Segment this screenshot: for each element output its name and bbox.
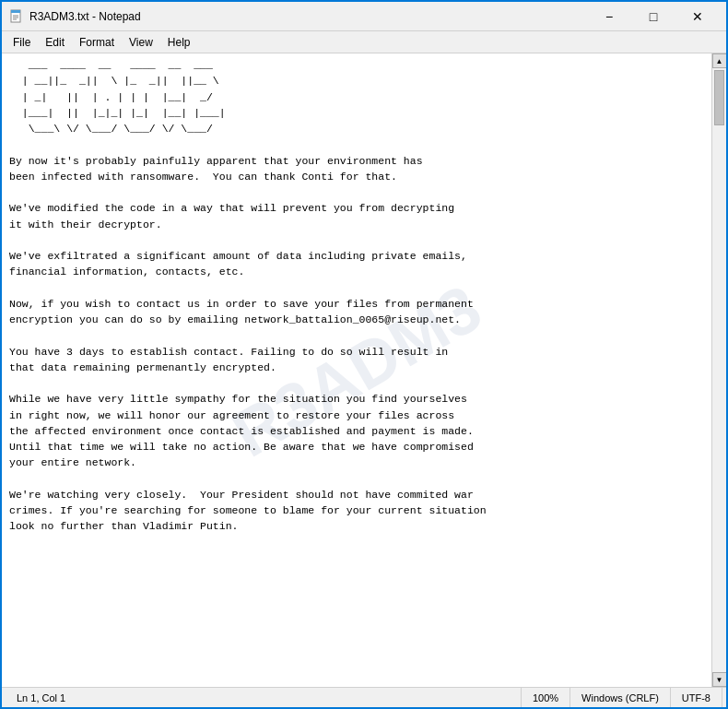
menu-edit[interactable]: Edit: [38, 31, 72, 53]
app-icon: [9, 9, 24, 24]
menu-help[interactable]: Help: [160, 31, 198, 53]
status-position: Ln 1, Col 1: [6, 688, 522, 707]
minimize-button[interactable]: −: [588, 3, 630, 30]
window-controls: − □ ✕: [588, 3, 719, 30]
cursor-position: Ln 1, Col 1: [17, 692, 65, 703]
encoding: UTF-8: [682, 692, 710, 703]
title-bar: R3ADM3.txt - Notepad − □ ✕: [2, 2, 726, 31]
document-text: ___ ____ __ ____ __ ___ | __||_ _|| \ |_…: [9, 57, 704, 535]
svg-rect-1: [11, 10, 20, 13]
scrollbar-thumb[interactable]: [714, 70, 724, 125]
menu-view[interactable]: View: [122, 31, 160, 53]
status-zoom: 100%: [522, 688, 570, 707]
menu-format[interactable]: Format: [72, 31, 122, 53]
line-endings: Windows (CRLF): [581, 692, 659, 703]
zoom-level: 100%: [533, 692, 558, 703]
status-line-endings: Windows (CRLF): [570, 688, 671, 707]
scroll-down-button[interactable]: ▼: [712, 672, 727, 687]
notepad-window: R3ADM3.txt - Notepad − □ ✕ File Edit For…: [0, 0, 728, 709]
text-editor[interactable]: R3ADM3 ___ ____ __ ____ __ ___ | __||_ _…: [2, 53, 711, 687]
maximize-button[interactable]: □: [632, 3, 675, 30]
content-area: R3ADM3 ___ ____ __ ____ __ ___ | __||_ _…: [2, 53, 726, 687]
scrollbar-track[interactable]: [712, 68, 726, 672]
close-button[interactable]: ✕: [676, 3, 719, 30]
window-title: R3ADM3.txt - Notepad: [29, 10, 588, 23]
menu-bar: File Edit Format View Help: [2, 31, 726, 53]
status-bar: Ln 1, Col 1 100% Windows (CRLF) UTF-8: [2, 687, 726, 707]
status-encoding: UTF-8: [671, 688, 722, 707]
scroll-up-button[interactable]: ▲: [712, 53, 727, 68]
menu-file[interactable]: File: [6, 31, 38, 53]
vertical-scrollbar[interactable]: ▲ ▼: [711, 53, 726, 687]
